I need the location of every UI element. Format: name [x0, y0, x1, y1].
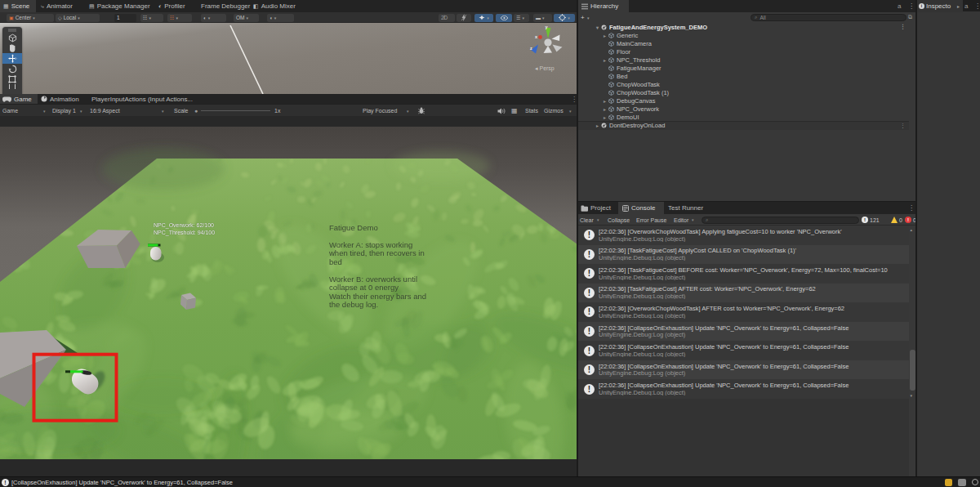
svg-text:x: x — [535, 34, 538, 39]
svg-text:◂ Persp: ◂ Persp — [535, 65, 555, 72]
svg-text:z: z — [530, 46, 532, 51]
